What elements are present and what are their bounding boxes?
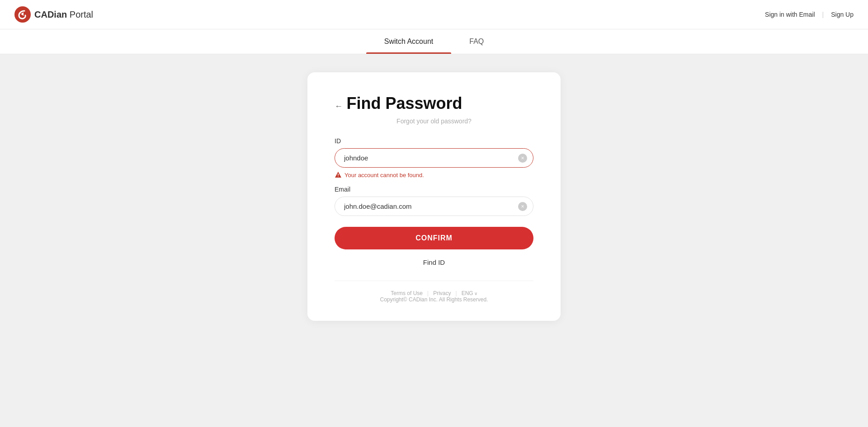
tab-switch-account[interactable]: Switch Account	[366, 29, 452, 54]
card-subtitle: Forgot your old password?	[335, 117, 533, 125]
card-title: Find Password	[346, 94, 462, 113]
footer-links-row: Terms of Use | Privacy | ENG ∨	[335, 290, 533, 296]
header: CADian Portal Sign in with Email | Sign …	[0, 0, 868, 29]
back-arrow-icon[interactable]: ←	[335, 102, 343, 111]
email-input[interactable]	[335, 197, 533, 216]
sign-up-link[interactable]: Sign Up	[831, 11, 854, 18]
email-form-group: Email ×	[335, 186, 533, 216]
email-input-wrapper: ×	[335, 197, 533, 216]
card-header: ← Find Password	[335, 94, 533, 113]
id-input[interactable]	[335, 148, 533, 168]
copyright-text: Copyright© CADian Inc. All Rights Reserv…	[335, 296, 533, 303]
email-label: Email	[335, 186, 533, 193]
find-password-card: ← Find Password Forgot your old password…	[307, 72, 561, 321]
cadian-logo-icon	[14, 6, 31, 23]
footer-divider-2: |	[456, 290, 457, 296]
terms-of-use-link[interactable]: Terms of Use	[391, 290, 423, 296]
email-clear-button[interactable]: ×	[518, 202, 527, 211]
email-clear-icon: ×	[521, 204, 524, 209]
tab-navigation: Switch Account FAQ	[0, 29, 868, 54]
language-selector[interactable]: ENG ∨	[462, 290, 477, 296]
id-clear-button[interactable]: ×	[518, 154, 527, 163]
warning-icon	[335, 171, 342, 178]
lang-label: ENG	[462, 290, 473, 296]
card-footer: Terms of Use | Privacy | ENG ∨ Copyright…	[335, 281, 533, 303]
logo: CADian Portal	[14, 6, 93, 23]
privacy-link[interactable]: Privacy	[433, 290, 451, 296]
nav-divider: |	[822, 11, 824, 18]
tab-faq[interactable]: FAQ	[451, 29, 502, 54]
sign-in-email-link[interactable]: Sign in with Email	[765, 11, 815, 18]
confirm-button[interactable]: CONFIRM	[335, 227, 533, 249]
header-nav: Sign in with Email | Sign Up	[765, 11, 854, 18]
id-clear-icon: ×	[521, 155, 524, 161]
footer-divider-1: |	[427, 290, 429, 296]
find-id-link[interactable]: Find ID	[335, 258, 533, 266]
main-content: ← Find Password Forgot your old password…	[0, 54, 868, 427]
id-error-message: Your account cannot be found.	[335, 171, 533, 178]
error-text: Your account cannot be found.	[344, 172, 424, 178]
id-input-wrapper: ×	[335, 148, 533, 168]
lang-chevron-icon: ∨	[474, 291, 477, 296]
logo-text: CADian Portal	[34, 9, 93, 20]
svg-point-1	[338, 176, 339, 177]
id-form-group: ID × Your account cannot be found.	[335, 137, 533, 178]
id-label: ID	[335, 137, 533, 145]
